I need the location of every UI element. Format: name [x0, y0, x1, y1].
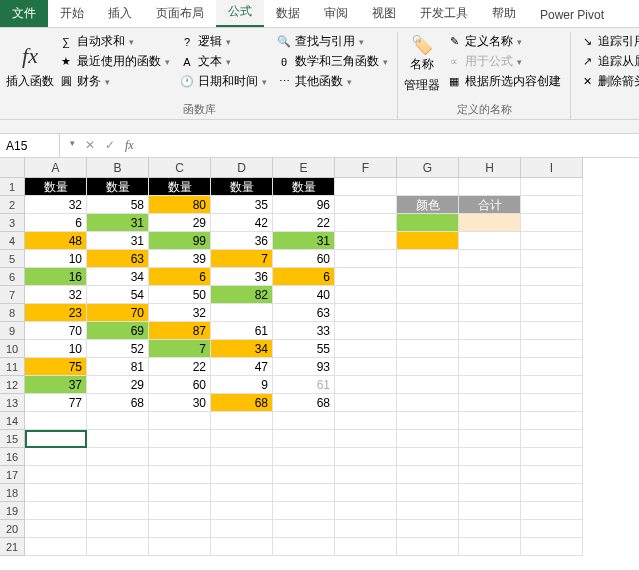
cell-D9[interactable]: 61 — [211, 322, 273, 340]
cell-I11[interactable] — [521, 358, 583, 376]
cell-E11[interactable]: 93 — [273, 358, 335, 376]
cell-F21[interactable] — [335, 538, 397, 556]
cell-E3[interactable]: 22 — [273, 214, 335, 232]
cell-E12[interactable]: 61 — [273, 376, 335, 394]
cell-B2[interactable]: 58 — [87, 196, 149, 214]
trace-precedents-button[interactable]: ↘追踪引用 — [577, 32, 639, 51]
cell-E13[interactable]: 68 — [273, 394, 335, 412]
use-formula-button[interactable]: ∝用于公式▾ — [444, 52, 564, 71]
cell-A4[interactable]: 48 — [25, 232, 87, 250]
tab-视图[interactable]: 视图 — [360, 0, 408, 27]
cell-H6[interactable] — [459, 268, 521, 286]
cell-E18[interactable] — [273, 484, 335, 502]
cell-G3[interactable] — [397, 214, 459, 232]
cell-I18[interactable] — [521, 484, 583, 502]
cell-E1[interactable]: 数量 — [273, 178, 335, 196]
cell-H15[interactable] — [459, 430, 521, 448]
define-name-button[interactable]: ✎定义名称▾ — [444, 32, 564, 51]
cell-C15[interactable] — [149, 430, 211, 448]
cell-B5[interactable]: 63 — [87, 250, 149, 268]
cell-C8[interactable]: 32 — [149, 304, 211, 322]
row-header-1[interactable]: 1 — [0, 178, 25, 196]
cell-G13[interactable] — [397, 394, 459, 412]
cell-E21[interactable] — [273, 538, 335, 556]
cell-B12[interactable]: 29 — [87, 376, 149, 394]
cell-H8[interactable] — [459, 304, 521, 322]
cell-E15[interactable] — [273, 430, 335, 448]
cell-B10[interactable]: 52 — [87, 340, 149, 358]
cell-H10[interactable] — [459, 340, 521, 358]
other-button[interactable]: ⋯其他函数▾ — [274, 72, 391, 91]
cell-H1[interactable] — [459, 178, 521, 196]
cell-D20[interactable] — [211, 520, 273, 538]
cell-E20[interactable] — [273, 520, 335, 538]
cell-I3[interactable] — [521, 214, 583, 232]
cell-E14[interactable] — [273, 412, 335, 430]
cell-G9[interactable] — [397, 322, 459, 340]
col-header-E[interactable]: E — [273, 158, 335, 178]
cell-F5[interactable] — [335, 250, 397, 268]
cell-F16[interactable] — [335, 448, 397, 466]
cell-G10[interactable] — [397, 340, 459, 358]
cell-G20[interactable] — [397, 520, 459, 538]
cell-C2[interactable]: 80 — [149, 196, 211, 214]
cell-G2[interactable]: 颜色 — [397, 196, 459, 214]
cell-C9[interactable]: 87 — [149, 322, 211, 340]
cell-E9[interactable]: 33 — [273, 322, 335, 340]
col-header-F[interactable]: F — [335, 158, 397, 178]
cell-E17[interactable] — [273, 466, 335, 484]
cell-G14[interactable] — [397, 412, 459, 430]
cell-E4[interactable]: 31 — [273, 232, 335, 250]
cell-I14[interactable] — [521, 412, 583, 430]
cell-C1[interactable]: 数量 — [149, 178, 211, 196]
cell-B9[interactable]: 69 — [87, 322, 149, 340]
cell-F10[interactable] — [335, 340, 397, 358]
name-manager-button[interactable]: 🏷️ 名称 管理器 — [404, 32, 440, 100]
cell-D16[interactable] — [211, 448, 273, 466]
cell-H5[interactable] — [459, 250, 521, 268]
row-header-6[interactable]: 6 — [0, 268, 25, 286]
cell-I19[interactable] — [521, 502, 583, 520]
select-all-corner[interactable] — [0, 158, 25, 178]
cell-F17[interactable] — [335, 466, 397, 484]
cell-C16[interactable] — [149, 448, 211, 466]
tab-公式[interactable]: 公式 — [216, 0, 264, 27]
cell-E6[interactable]: 6 — [273, 268, 335, 286]
cell-G4[interactable] — [397, 232, 459, 250]
cell-A21[interactable] — [25, 538, 87, 556]
cell-H19[interactable] — [459, 502, 521, 520]
insert-function-button[interactable]: fx 插入函数 — [8, 32, 52, 100]
cell-A14[interactable] — [25, 412, 87, 430]
cell-B14[interactable] — [87, 412, 149, 430]
cell-D5[interactable]: 7 — [211, 250, 273, 268]
cell-A13[interactable]: 77 — [25, 394, 87, 412]
cell-B8[interactable]: 70 — [87, 304, 149, 322]
cell-F18[interactable] — [335, 484, 397, 502]
tab-Power Pivot[interactable]: Power Pivot — [528, 3, 616, 27]
row-header-2[interactable]: 2 — [0, 196, 25, 214]
cell-D21[interactable] — [211, 538, 273, 556]
cell-F9[interactable] — [335, 322, 397, 340]
logic-button[interactable]: ?逻辑▾ — [177, 32, 270, 51]
trace-dependents-button[interactable]: ↗追踪从属 — [577, 52, 639, 71]
cell-G15[interactable] — [397, 430, 459, 448]
cell-C4[interactable]: 99 — [149, 232, 211, 250]
cell-B17[interactable] — [87, 466, 149, 484]
formula-input[interactable] — [144, 136, 639, 155]
cell-A15[interactable] — [25, 430, 87, 448]
cell-B20[interactable] — [87, 520, 149, 538]
remove-arrows-button[interactable]: ✕删除箭头 — [577, 72, 639, 91]
cell-C14[interactable] — [149, 412, 211, 430]
cell-H16[interactable] — [459, 448, 521, 466]
row-header-4[interactable]: 4 — [0, 232, 25, 250]
cell-H2[interactable]: 合计 — [459, 196, 521, 214]
cell-I1[interactable] — [521, 178, 583, 196]
row-header-14[interactable]: 14 — [0, 412, 25, 430]
tab-审阅[interactable]: 审阅 — [312, 0, 360, 27]
cell-B19[interactable] — [87, 502, 149, 520]
tab-插入[interactable]: 插入 — [96, 0, 144, 27]
cell-G17[interactable] — [397, 466, 459, 484]
enter-icon[interactable]: ✓ — [101, 138, 119, 153]
cell-A8[interactable]: 23 — [25, 304, 87, 322]
cell-B15[interactable] — [87, 430, 149, 448]
